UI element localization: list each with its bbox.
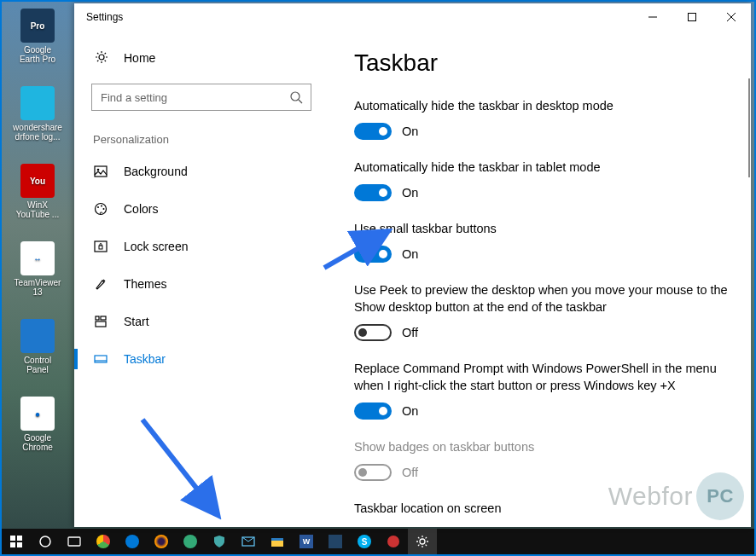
toggle-state: Off xyxy=(402,466,418,479)
option-label: Automatically hide the taskbar in tablet… xyxy=(354,159,730,176)
desktop-icon[interactable]: YouWinX YouTube ... xyxy=(14,164,61,219)
svg-point-18 xyxy=(97,169,100,171)
lock-icon xyxy=(93,239,108,254)
option-label: Show badges on taskbar buttons xyxy=(354,438,730,455)
toggle-state: On xyxy=(402,247,418,261)
toggle-switch[interactable] xyxy=(354,403,392,420)
watermark-badge: PC xyxy=(696,472,744,520)
search-input[interactable] xyxy=(91,84,311,111)
tb-word[interactable]: W xyxy=(292,529,321,554)
setting-option: Use small taskbar buttons On xyxy=(354,220,730,263)
settings-window: Settings Home Personalization Background… xyxy=(74,3,751,527)
tb-app1[interactable] xyxy=(176,529,205,554)
settings-sidebar: Home Personalization BackgroundColorsLoc… xyxy=(74,31,329,527)
toggle-state: Off xyxy=(402,326,418,339)
task-view-button[interactable] xyxy=(60,529,89,554)
desktop-icon[interactable]: wondershare drfone log... xyxy=(14,86,61,142)
tb-game[interactable] xyxy=(321,529,350,554)
svg-rect-0 xyxy=(10,536,15,541)
svg-point-19 xyxy=(96,204,107,215)
toggle-switch[interactable] xyxy=(354,184,392,201)
svg-rect-25 xyxy=(96,316,99,320)
svg-rect-23 xyxy=(95,241,107,252)
svg-rect-2 xyxy=(10,542,15,547)
tb-edge[interactable] xyxy=(118,529,147,554)
nav-lock-screen[interactable]: Lock screen xyxy=(74,228,329,265)
tb-firefox[interactable] xyxy=(147,529,176,554)
svg-rect-8 xyxy=(271,538,283,541)
maximize-button[interactable] xyxy=(672,3,712,31)
svg-rect-5 xyxy=(68,537,80,546)
svg-point-22 xyxy=(103,208,105,210)
toggle-switch[interactable] xyxy=(354,123,392,140)
svg-point-21 xyxy=(101,206,102,207)
toggle-state: On xyxy=(402,186,418,200)
watermark-text: Webfor xyxy=(608,482,693,511)
home-label: Home xyxy=(124,51,155,65)
svg-rect-11 xyxy=(689,14,696,21)
svg-line-16 xyxy=(299,100,302,103)
toggle-switch xyxy=(354,464,392,481)
svg-point-9 xyxy=(420,539,425,544)
start-button[interactable] xyxy=(2,529,31,554)
picture-icon xyxy=(93,164,108,179)
svg-point-14 xyxy=(99,55,104,60)
toggle-switch[interactable] xyxy=(354,246,392,263)
minimize-button[interactable] xyxy=(633,3,672,31)
page-title: Taskbar xyxy=(354,49,730,77)
home-nav[interactable]: Home xyxy=(74,41,329,75)
toggle-state: On xyxy=(402,125,418,138)
tb-settings[interactable] xyxy=(408,529,437,554)
cortana-button[interactable] xyxy=(31,529,60,554)
watermark: Webfor PC xyxy=(608,472,744,520)
svg-rect-24 xyxy=(99,246,102,249)
setting-option: Automatically hide the taskbar in tablet… xyxy=(354,159,730,201)
desktop-background: ProGoogle Earth Prowondershare drfone lo… xyxy=(2,2,754,554)
toggle-state: On xyxy=(402,404,418,418)
toggle-switch[interactable] xyxy=(354,324,392,341)
desktop-icon[interactable]: ProGoogle Earth Pro xyxy=(14,9,61,64)
svg-point-15 xyxy=(291,92,299,101)
titlebar: Settings xyxy=(74,3,751,31)
tb-security[interactable] xyxy=(205,529,234,554)
palette-icon xyxy=(93,201,108,217)
desktop-icon[interactable]: ↔TeamViewer 13 xyxy=(14,241,61,297)
svg-point-20 xyxy=(97,206,99,208)
option-label: Use Peek to preview the desktop when you… xyxy=(354,281,730,316)
windows-taskbar: W S xyxy=(2,529,754,554)
svg-rect-26 xyxy=(101,316,106,320)
nav-colors[interactable]: Colors xyxy=(74,190,329,228)
setting-option: Replace Command Prompt with Windows Powe… xyxy=(354,360,730,420)
nav-start[interactable]: Start xyxy=(74,303,329,340)
tb-chrome[interactable] xyxy=(89,529,118,554)
desktop-icon[interactable]: Control Panel xyxy=(14,319,61,374)
window-title: Settings xyxy=(74,11,123,23)
tb-app2[interactable] xyxy=(379,529,408,554)
svg-rect-17 xyxy=(95,166,107,177)
nav-themes[interactable]: Themes xyxy=(74,265,329,303)
setting-option: Use Peek to preview the desktop when you… xyxy=(354,281,730,341)
close-button[interactable] xyxy=(712,3,751,31)
settings-content: Taskbar Automatically hide the taskbar i… xyxy=(329,31,751,527)
tb-skype[interactable]: S xyxy=(350,529,379,554)
svg-rect-3 xyxy=(17,542,22,547)
svg-rect-28 xyxy=(95,356,107,362)
nav-background[interactable]: Background xyxy=(74,153,329,190)
setting-option: Automatically hide the taskbar in deskto… xyxy=(354,97,730,140)
taskbar-icon xyxy=(93,351,108,367)
option-label: Replace Command Prompt with Windows Powe… xyxy=(354,360,730,394)
option-label: Automatically hide the taskbar in deskto… xyxy=(354,97,730,114)
gear-icon xyxy=(95,50,108,67)
tb-explorer[interactable] xyxy=(263,529,292,554)
brush-icon xyxy=(93,276,108,292)
grid-icon xyxy=(93,314,108,329)
tb-mail[interactable] xyxy=(234,529,263,554)
svg-rect-1 xyxy=(17,536,22,541)
desktop-icon[interactable]: ●Google Chrome xyxy=(14,397,61,452)
nav-taskbar[interactable]: Taskbar xyxy=(74,340,329,378)
nav-group-label: Personalization xyxy=(74,111,329,153)
search-icon xyxy=(289,90,303,107)
option-label: Use small taskbar buttons xyxy=(354,220,730,237)
svg-rect-27 xyxy=(96,321,106,327)
svg-point-4 xyxy=(40,536,50,547)
